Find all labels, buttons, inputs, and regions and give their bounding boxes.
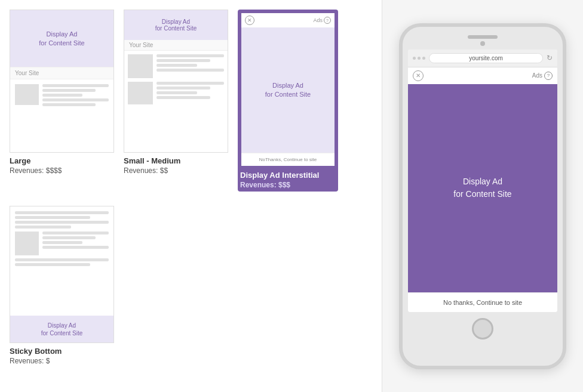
browser-bar: yoursite.com ↻: [408, 50, 557, 67]
text-line: [15, 211, 109, 214]
text-line: [42, 232, 109, 234]
phone-info-symbol: ?: [547, 73, 550, 78]
interstitial-ad-text: Display Ad for Content Site: [265, 81, 311, 100]
text-line: [42, 89, 96, 92]
browser-refresh-icon[interactable]: ↻: [547, 54, 553, 62]
sticky-content-area: [10, 206, 113, 316]
interstitial-ad-area: Display Ad for Content Site: [241, 27, 335, 153]
small-medium-ad-preview: Display Ad for Content Site Your Site: [124, 10, 228, 153]
phone-camera: [480, 41, 485, 46]
sticky-ad-text: Display Ad for Content Site: [41, 322, 82, 337]
text-line: [157, 54, 224, 57]
interstitial-ads-label: Ads ?: [313, 17, 331, 24]
text-line: [15, 263, 90, 266]
phone-ad-overlay: ✕ Ads ? Display Ad for Content Site No t…: [408, 67, 557, 312]
sm-content-area: [124, 51, 228, 152]
large-card-revenue: Revenues: $$$$: [10, 166, 114, 175]
phone-home-button[interactable]: [472, 318, 493, 339]
phone-close-symbol: ✕: [416, 72, 421, 79]
text-line: [42, 103, 96, 106]
phone-ad-header: ✕ Ads ?: [408, 67, 557, 84]
phone-ad-footer[interactable]: No thanks, Continue to site: [408, 292, 557, 312]
phone-ads-text: Ads: [532, 72, 542, 79]
sticky-mixed-block: [15, 232, 109, 255]
sm-site-label: Your Site: [124, 40, 228, 51]
large-content-area: [10, 79, 113, 152]
content-image: [128, 54, 153, 78]
interstitial-card-revenue: Revenues: $$$: [240, 181, 336, 189]
text-line: [157, 69, 224, 72]
sm-ad-banner: Display Ad for Content Site: [124, 10, 228, 40]
text-line: [42, 241, 82, 244]
phone-ad-content: Display Ad for Content Site: [408, 84, 557, 292]
phone-preview-panel: yoursite.com ↻ ✕ Ads ? Dis: [382, 0, 583, 392]
sticky-ad-preview: Display Ad for Content Site: [10, 206, 114, 343]
phone-speaker: [468, 35, 498, 39]
large-site-label: Your Site: [10, 67, 113, 79]
phone-mockup: yoursite.com ↻ ✕ Ads ? Dis: [399, 23, 566, 369]
interstitial-close-icon: ✕: [245, 16, 254, 25]
ad-formats-panel: Display Ad for Content Site Your Site: [0, 0, 382, 392]
interstitial-ad-preview: ✕ Ads ? Display Ad for Content Site NoTh…: [240, 12, 336, 167]
phone-close-icon[interactable]: ✕: [413, 70, 424, 81]
sticky-card-label: Sticky Bottom: [10, 347, 114, 356]
text-line: [42, 84, 109, 87]
text-line: [42, 98, 109, 101]
phone-info-icon[interactable]: ?: [544, 72, 553, 80]
text-line: [157, 82, 224, 85]
browser-url[interactable]: yoursite.com: [429, 53, 543, 63]
info-icon: ?: [324, 17, 331, 24]
interstitial-ad-card[interactable]: ✕ Ads ? Display Ad for Content Site NoTh…: [238, 10, 338, 192]
sm-card-label: Small - Medium: [124, 156, 228, 165]
content-image: [15, 84, 39, 105]
phone-ads-label: Ads ?: [532, 72, 553, 80]
sm-ad-text: Display Ad for Content Site: [155, 18, 197, 32]
large-card-label: Large: [10, 156, 114, 165]
text-line: [157, 87, 210, 89]
close-symbol: ✕: [247, 17, 252, 23]
browser-dot: [422, 57, 425, 60]
text-line: [42, 94, 82, 97]
sm-card-revenue: Revenues: $$: [124, 166, 228, 175]
small-medium-ad-card[interactable]: Display Ad for Content Site Your Site: [124, 10, 228, 192]
text-line: [42, 236, 96, 239]
browser-dots: [413, 57, 425, 60]
content-image: [15, 232, 39, 255]
phone-ad-text: Display Ad for Content Site: [453, 175, 511, 200]
sticky-ad-banner: Display Ad for Content Site: [10, 316, 113, 342]
sticky-card-revenue: Revenues: $: [10, 357, 114, 365]
text-line: [15, 258, 109, 261]
large-ad-preview: Display Ad for Content Site Your Site: [10, 10, 114, 153]
ads-text: Ads: [313, 17, 323, 23]
text-line: [157, 64, 197, 67]
text-line: [15, 226, 71, 229]
text-line: [157, 96, 210, 99]
sticky-text-block-2: [15, 258, 109, 266]
text-line: [15, 216, 90, 219]
interstitial-footer: NoThanks, Continue to site: [241, 153, 335, 166]
sticky-text-block: [15, 211, 109, 229]
browser-dot: [418, 57, 421, 60]
text-line: [157, 91, 197, 94]
interstitial-header: ✕ Ads ?: [241, 13, 335, 27]
ad-grid: Display Ad for Content Site Your Site: [10, 10, 372, 365]
interstitial-card-label: Display Ad Interstitial: [240, 171, 336, 180]
content-image: [128, 82, 153, 104]
large-ad-banner: Display Ad for Content Site: [10, 10, 113, 67]
sticky-bottom-ad-card[interactable]: Display Ad for Content Site Sticky Botto…: [10, 206, 114, 365]
phone-screen: yoursite.com ↻ ✕ Ads ? Dis: [408, 50, 557, 312]
info-symbol: ?: [326, 18, 329, 23]
large-ad-card[interactable]: Display Ad for Content Site Your Site: [10, 10, 114, 192]
text-line: [42, 246, 109, 249]
large-ad-text: Display Ad for Content Site: [39, 30, 84, 47]
browser-dot: [413, 57, 416, 60]
text-line: [15, 221, 109, 224]
text-line: [157, 59, 210, 62]
